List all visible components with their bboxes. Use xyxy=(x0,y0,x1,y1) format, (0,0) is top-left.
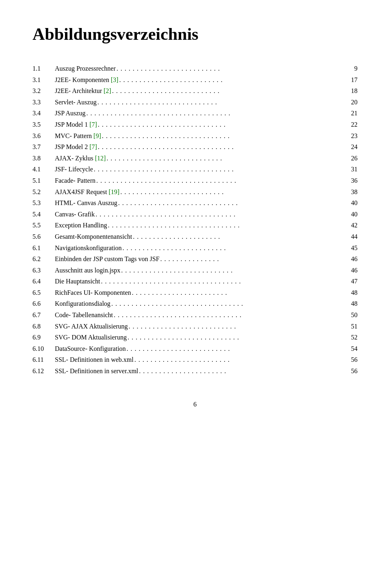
toc-entry-page: 17 xyxy=(345,75,358,85)
toc-entry-number: 6.10 xyxy=(32,344,55,354)
toc-entry-number: 6.7 xyxy=(32,310,55,320)
toc-entry-number: 5.3 xyxy=(32,198,55,208)
toc-entry-page: 9 xyxy=(345,63,358,74)
toc-entry-label: Die Hauptansicht xyxy=(55,276,100,287)
toc-entry-label: Code- Tabellenansicht xyxy=(55,310,113,320)
toc-entry-page: 45 xyxy=(345,243,358,253)
toc-entry: 6.5RichFaces UI- Komponenten . . . . . .… xyxy=(32,288,358,298)
toc-entry-label: HTML- Canvas Auszug xyxy=(55,198,117,208)
toc-entry: 5.5Exception Handling . . . . . . . . . … xyxy=(32,220,358,231)
toc-entry-dots: . . . . . . . . . . . . . . . . . . . . … xyxy=(94,164,344,175)
toc-entry-label: DataSource- Konfiguration xyxy=(55,344,126,354)
toc-entry: 3.2J2EE- Architektur [2] . . . . . . . .… xyxy=(32,86,358,96)
toc-entry: 6.2Einbinden der JSP custom Tags von JSF… xyxy=(32,254,358,264)
toc-entry-dots: . . . . . . . . . . . . . . . . . . . . … xyxy=(139,366,344,376)
toc-entry-label: JSF- Lifecycle xyxy=(55,164,93,175)
toc-entry-page: 48 xyxy=(345,298,358,309)
toc-entry-page: 44 xyxy=(345,231,358,242)
toc-entry: 6.12SSL- Definitionen in server.xml . . … xyxy=(32,366,358,376)
toc-entry-number: 5.4 xyxy=(32,209,55,220)
toc-entry-page: 23 xyxy=(345,131,358,141)
toc-entry-dots: . . . . . . . . . . . . . . . . . . . . … xyxy=(102,131,344,141)
page-number: 6 xyxy=(193,401,197,408)
toc-entry-label: AJAX- Zyklus [12] xyxy=(55,153,106,164)
toc-entry-ref: [12] xyxy=(95,155,106,162)
toc-entry-number: 3.4 xyxy=(32,108,55,119)
toc-entry-number: 5.2 xyxy=(32,187,55,197)
toc-entry-page: 50 xyxy=(345,310,358,320)
toc-entry-dots: . . . . . . . . . . . . . . . . . . . . … xyxy=(132,288,344,298)
toc-entry-number: 5.5 xyxy=(32,220,55,231)
toc-entry-dots: . . . . . . . . . . . . . . . . . . . . … xyxy=(117,63,344,74)
toc-entry: 4.1JSF- Lifecycle . . . . . . . . . . . … xyxy=(32,164,358,175)
toc-entry-dots: . . . . . . . . . . . . . . . xyxy=(160,254,344,264)
toc-entry-dots: . . . . . . . . . . . . . . . . . . . . … xyxy=(98,142,344,152)
toc-entry-dots: . . . . . . . . . . . . . . . . . . . . … xyxy=(95,209,344,220)
toc-entry-page: 48 xyxy=(345,288,358,298)
toc-entry-page: 51 xyxy=(345,321,358,332)
toc-entry-dots: . . . . . . . . . . . . . . . . . . . . … xyxy=(128,332,344,343)
toc-entry-number: 3.7 xyxy=(32,142,55,152)
toc-entry-ref: [9] xyxy=(93,132,101,139)
toc-entry-label: JSP Auszug xyxy=(55,108,85,119)
toc-entry-number: 6.9 xyxy=(32,332,55,343)
toc-entry: 3.7JSP Model 2 [7] . . . . . . . . . . .… xyxy=(32,142,358,152)
toc-entry-label: JSP Model 2 [7] xyxy=(55,142,97,152)
toc-entry-page: 22 xyxy=(345,119,358,130)
toc-entry: 6.8SVG- AJAX Aktualisierung . . . . . . … xyxy=(32,321,358,332)
toc-entry-label: SSL- Definitionen in server.xml xyxy=(55,366,138,376)
toc-entry-ref: [7] xyxy=(89,121,97,128)
toc-entry: 6.10DataSource- Konfiguration . . . . . … xyxy=(32,344,358,354)
toc-entry: 6.7Code- Tabellenansicht . . . . . . . .… xyxy=(32,310,358,320)
toc-list: 1.1Auszug Prozessrechner . . . . . . . .… xyxy=(32,63,358,376)
toc-entry-label: JSP Model 1 [7] xyxy=(55,119,97,130)
toc-entry-label: SVG- DOM Aktualisierung xyxy=(55,332,127,343)
toc-entry: 6.9SVG- DOM Aktualisierung . . . . . . .… xyxy=(32,332,358,343)
toc-entry-page: 31 xyxy=(345,164,358,175)
toc-entry-page: 40 xyxy=(345,198,358,208)
toc-entry-label: Exception Handling xyxy=(55,220,107,231)
toc-entry-dots: . . . . . . . . . . . . . . . . . . . . … xyxy=(119,75,344,85)
toc-entry: 5.3HTML- Canvas Auszug . . . . . . . . .… xyxy=(32,198,358,208)
toc-entry-number: 6.2 xyxy=(32,254,55,264)
toc-entry-page: 46 xyxy=(345,265,358,276)
toc-entry: 5.6Gesamt-Komponentenansicht . . . . . .… xyxy=(32,231,358,242)
toc-entry-dots: . . . . . . . . . . . . . . . . . . . . … xyxy=(96,175,344,186)
toc-entry-page: 24 xyxy=(345,142,358,152)
toc-entry: 6.3Ausschnitt aus login.jspx . . . . . .… xyxy=(32,265,358,276)
toc-entry-ref: [19] xyxy=(108,188,119,195)
toc-entry: 3.3Servlet- Auszug . . . . . . . . . . .… xyxy=(32,97,358,108)
toc-entry-number: 6.8 xyxy=(32,321,55,332)
toc-entry-label: Ausschnitt aus login.jspx xyxy=(55,265,120,276)
toc-entry-ref: [7] xyxy=(89,143,97,150)
toc-entry-dots: . . . . . . . . . . . . . . . . . . . . … xyxy=(98,119,344,130)
toc-entry-dots: . . . . . . . . . . . . . . . . . . . . … xyxy=(98,97,344,108)
toc-entry-page: 56 xyxy=(345,355,358,365)
toc-entry: 3.6MVC- Pattern [9] . . . . . . . . . . … xyxy=(32,131,358,141)
toc-entry-page: 54 xyxy=(345,344,358,354)
toc-entry: 6.11SSL- Definitionen in web.xml . . . .… xyxy=(32,355,358,365)
toc-entry: 5.1Facade- Pattern . . . . . . . . . . .… xyxy=(32,175,358,186)
toc-entry-number: 6.12 xyxy=(32,366,55,376)
toc-entry-page: 52 xyxy=(345,332,358,343)
toc-entry-dots: . . . . . . . . . . . . . . . . . . . . … xyxy=(129,321,344,332)
toc-entry-page: 38 xyxy=(345,187,358,197)
toc-entry-dots: . . . . . . . . . . . . . . . . . . . . … xyxy=(114,310,344,320)
toc-entry: 3.1J2EE- Komponenten [3] . . . . . . . .… xyxy=(32,75,358,85)
toc-entry-number: 5.6 xyxy=(32,231,55,242)
toc-entry-dots: . . . . . . . . . . . . . . . . . . . . … xyxy=(111,298,344,309)
toc-entry-number: 6.3 xyxy=(32,265,55,276)
toc-entry-page: 42 xyxy=(345,220,358,231)
toc-entry-dots: . . . . . . . . . . . . . . . . . . . . … xyxy=(121,265,344,276)
toc-entry: 3.5JSP Model 1 [7] . . . . . . . . . . .… xyxy=(32,119,358,130)
toc-entry-dots: . . . . . . . . . . . . . . . . . . . . … xyxy=(133,231,344,242)
toc-entry-number: 6.5 xyxy=(32,288,55,298)
page-title: Abbildungsverzeichnis xyxy=(32,24,358,44)
toc-entry-label: Einbinden der JSP custom Tags von JSF xyxy=(55,254,160,264)
toc-entry: 1.1Auszug Prozessrechner . . . . . . . .… xyxy=(32,63,358,74)
toc-entry-label: SVG- AJAX Aktualisierung xyxy=(55,321,128,332)
toc-entry-ref: [3] xyxy=(111,76,119,83)
toc-entry-page: 18 xyxy=(345,86,358,96)
toc-entry: 6.1Navigationskonfiguration . . . . . . … xyxy=(32,243,358,253)
toc-entry-dots: . . . . . . . . . . . . . . . . . . . . … xyxy=(101,276,344,287)
